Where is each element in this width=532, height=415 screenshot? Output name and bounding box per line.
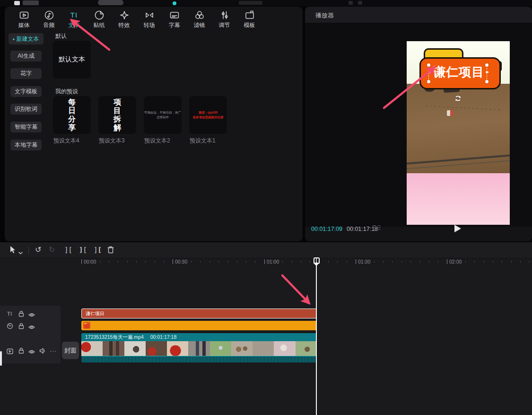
selection-handle-bl[interactable] — [427, 80, 430, 83]
lock-icon[interactable] — [18, 323, 25, 331]
tab-sticker[interactable]: 贴纸 — [87, 9, 112, 30]
delete-right-icon[interactable]: ][ — [94, 247, 102, 253]
sidebar-item-auto-captions[interactable]: 智能字幕 — [10, 122, 42, 132]
ruler-minor-tick — [209, 261, 210, 263]
ruler-minor-tick — [520, 261, 521, 263]
undo-icon[interactable]: ↺ — [35, 246, 41, 254]
tab-media[interactable]: 媒体 — [11, 9, 36, 30]
audio-icon — [44, 10, 54, 20]
tab-transition[interactable]: 转场 — [137, 9, 162, 30]
video-filmstrip — [81, 341, 317, 356]
ruler-minor-tick — [237, 261, 237, 263]
ruler-minor-tick — [127, 261, 128, 263]
video-clip-name: 1723513215每天一遍.mp4 — [85, 334, 144, 340]
select-tool-icon[interactable] — [9, 246, 17, 256]
sidebar-item-text-templates[interactable]: 文字模板 — [10, 86, 42, 97]
toolbar-divider — [28, 247, 29, 254]
tab-text[interactable]: TI 文本 — [61, 9, 87, 30]
play-button[interactable] — [454, 225, 461, 232]
sidebar-item-local-captions[interactable]: 本地字幕 — [10, 140, 42, 150]
delete-left-icon[interactable]: ][ — [79, 247, 87, 253]
ruler-minor-tick — [337, 261, 338, 263]
split-icon[interactable]: ][ — [64, 247, 72, 253]
overlay-text[interactable]: 谦仁项目 — [428, 64, 489, 80]
ruler-minor-tick — [155, 261, 155, 263]
more-options-icon[interactable]: ··· — [50, 348, 57, 354]
ruler-label: 00:00 — [84, 259, 96, 265]
eye-icon[interactable] — [28, 323, 35, 332]
default-text-card[interactable]: 默认文本 — [53, 41, 91, 79]
tab-effects[interactable]: 特效 — [112, 9, 137, 30]
preset-card-2[interactable]: 可做副业，不做培训，推广 运营制作 — [144, 96, 182, 134]
caption-list-icon — [377, 225, 381, 231]
ruler-minor-tick — [328, 261, 329, 263]
video-clip[interactable]: 1723513215每天一遍.mp400:01:17:18 — [81, 333, 317, 362]
caret-icon: ▸ — [13, 37, 15, 41]
sidebar-item-fancy-text[interactable]: 花字 — [10, 68, 42, 79]
edge-scrollbar[interactable] — [0, 351, 2, 366]
selection-mid-left[interactable] — [427, 71, 430, 73]
sticker-clip[interactable] — [81, 321, 317, 330]
ruler-minor-tick — [136, 261, 137, 263]
redo-icon[interactable]: ↻ — [49, 246, 55, 254]
ruler-minor-tick — [255, 261, 255, 263]
text-track-icon: TI — [7, 311, 12, 317]
ruler-minor-tick — [529, 261, 530, 263]
ruler-minor-tick — [374, 261, 375, 263]
ruler-minor-tick — [493, 261, 493, 263]
titlebar — [0, 0, 532, 6]
timeline-ruler[interactable]: 00:00 00:30 01:00 01:30 02:00 — [0, 258, 532, 266]
sidebar-item-lyrics-recognition[interactable]: 识别歌词 — [10, 104, 42, 115]
preset-card-3[interactable]: 项目拆解 — [98, 96, 136, 134]
mute-icon[interactable] — [39, 347, 46, 356]
ruler-minor-tick — [310, 261, 310, 263]
ruler-minor-tick — [465, 261, 466, 263]
sidebar-item-new-text[interactable]: ▸ 新建文本 — [9, 33, 44, 44]
asset-toolbar: 媒体 音频 TI 文本 贴纸 特效 — [11, 9, 262, 30]
ruler-minor-tick — [474, 261, 475, 263]
selection-mid-right[interactable] — [486, 71, 488, 73]
ruler-minor-tick — [292, 261, 292, 263]
ruler-minor-tick — [419, 261, 420, 263]
eye-icon[interactable] — [28, 311, 35, 319]
tab-templates[interactable]: 模板 — [237, 9, 262, 30]
preset-card-4[interactable]: 每日分享 — [53, 96, 91, 134]
preset-caption: 预设文本4 — [53, 137, 79, 145]
effects-icon — [119, 10, 130, 20]
ruler-major-tick — [264, 259, 265, 264]
selection-handle-tl[interactable] — [427, 63, 430, 67]
cover-button[interactable]: 封面 — [62, 342, 79, 359]
ruler-major-tick — [81, 259, 82, 264]
select-tool-dropdown-icon[interactable] — [18, 248, 23, 256]
sidebar-item-ai-generate[interactable]: AI生成 — [10, 51, 42, 62]
lock-icon[interactable] — [18, 347, 25, 356]
eye-icon[interactable] — [28, 348, 35, 356]
ruler-minor-tick — [282, 261, 283, 263]
ruler-minor-tick — [218, 261, 219, 263]
player-header: 播放器 — [305, 7, 532, 23]
video-clip-duration: 00:01:17:18 — [150, 334, 176, 340]
ruler-minor-tick — [347, 261, 347, 263]
ruler-minor-tick — [429, 261, 429, 263]
caption-list-icon[interactable] — [373, 225, 376, 231]
delete-clip-icon[interactable] — [107, 246, 114, 256]
current-timecode: 00:01:17:09 — [311, 226, 342, 232]
preset-card-1[interactable]: 微信：qqet90 更多项目思路购买社群 — [189, 96, 227, 134]
rotate-handle-icon[interactable] — [454, 95, 462, 103]
sticker-icon — [94, 10, 105, 20]
selection-handle-tr[interactable] — [485, 63, 488, 67]
ruler-minor-tick — [484, 261, 484, 263]
text-clip[interactable]: 谦仁项目 — [81, 309, 317, 318]
subtitles-icon — [169, 10, 180, 20]
lock-icon[interactable] — [18, 310, 25, 319]
selection-handle-br[interactable] — [485, 80, 488, 83]
ruler-minor-tick — [227, 261, 228, 263]
tab-filters[interactable]: 滤镜 — [187, 9, 212, 30]
playhead-line[interactable] — [316, 258, 317, 415]
ruler-minor-tick — [164, 261, 164, 263]
video-preview[interactable]: 谦仁项目 — [407, 41, 510, 225]
tab-subtitles[interactable]: 字幕 — [162, 9, 187, 30]
tab-audio[interactable]: 音频 — [36, 9, 61, 30]
tab-adjust[interactable]: 调节 — [212, 9, 237, 30]
text-icon: TI — [70, 10, 78, 20]
